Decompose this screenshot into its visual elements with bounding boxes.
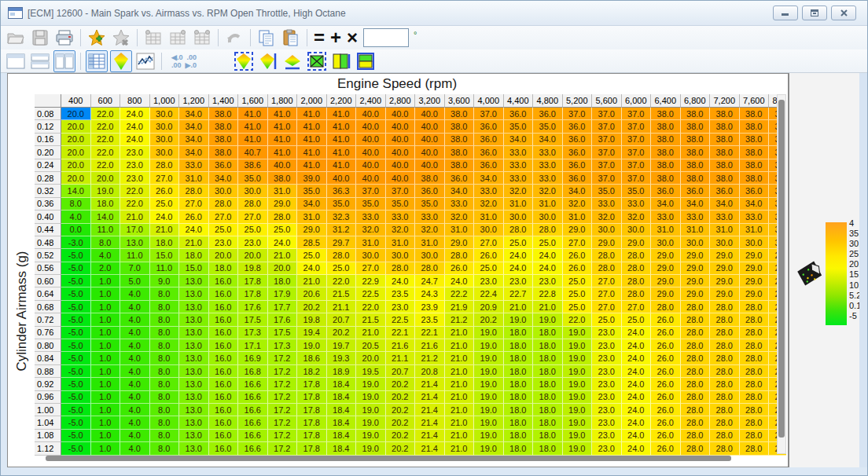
print-icon[interactable] [53, 27, 75, 49]
table-cell[interactable]: 33.0 [504, 159, 534, 172]
table-cell[interactable]: 22.9 [356, 275, 386, 287]
table-cell[interactable]: 38.0 [415, 172, 445, 185]
row-header[interactable]: 0.92 [35, 378, 61, 390]
table-cell[interactable]: 24.0 [622, 378, 652, 390]
table-cell[interactable]: 28.0 [740, 365, 770, 378]
table-cell[interactable]: 16.0 [209, 430, 239, 442]
table-cell[interactable]: 34.0 [563, 185, 593, 197]
table-cell[interactable]: 19.0 [474, 416, 504, 429]
column-header[interactable]: 1,000 [150, 94, 180, 108]
table-cell[interactable]: 18.0 [268, 275, 298, 287]
table-cell[interactable]: 15.0 [150, 249, 180, 262]
table-cell[interactable]: 22.0 [91, 120, 121, 133]
table-cell[interactable]: 21.0 [445, 365, 475, 378]
table-cell[interactable]: 28.0 [740, 378, 770, 390]
table-cell[interactable]: 29.0 [681, 249, 711, 262]
table-cell[interactable]: 21.0 [445, 442, 475, 455]
table-cell[interactable]: 36.0 [563, 120, 593, 133]
table-cell[interactable]: -5.0 [61, 262, 91, 275]
table-cell[interactable]: 0.0 [61, 224, 91, 236]
table-cell[interactable]: 32.0 [474, 198, 504, 211]
table-cell[interactable]: 24.0 [120, 134, 150, 146]
table-cell[interactable]: 38.0 [651, 159, 681, 172]
table-cell[interactable]: -5.0 [61, 391, 91, 404]
table-cell[interactable]: 37.0 [474, 108, 504, 120]
table-cell[interactable]: 32.0 [504, 185, 534, 197]
table-cell[interactable]: 36.0 [415, 185, 445, 197]
vertical-scrollbar-thumb[interactable] [778, 100, 785, 438]
table-cell[interactable]: 17.3 [238, 327, 268, 339]
table-cell[interactable]: 19.0 [563, 378, 593, 390]
table-cell[interactable]: 28.0 [415, 262, 445, 275]
table-cell[interactable]: 29.0 [740, 262, 770, 275]
table-cell[interactable]: 31.0 [710, 224, 740, 236]
table-cell[interactable]: 16.0 [209, 313, 239, 326]
table-cell[interactable]: 20.2 [327, 327, 357, 339]
table-cell[interactable]: 19.0 [356, 442, 386, 455]
table-cell[interactable]: 22.8 [533, 287, 563, 300]
table-cell[interactable]: 19.0 [563, 352, 593, 364]
table-cell[interactable]: 38.0 [681, 134, 711, 146]
table-cell[interactable]: 40.0 [386, 159, 416, 172]
row-header[interactable]: 0.44 [35, 224, 61, 236]
table-cell[interactable]: 27.0 [592, 301, 622, 313]
table-cell[interactable]: 29.0 [681, 275, 711, 287]
table-cell[interactable]: 21.5 [356, 313, 386, 326]
table-cell[interactable]: 26.0 [651, 339, 681, 352]
table-cell[interactable]: 38.0 [740, 120, 770, 133]
table-cell[interactable]: 36.0 [681, 185, 711, 197]
table-cell[interactable]: 20.2 [386, 404, 416, 416]
table-cell[interactable]: 21.0 [445, 391, 475, 404]
table-cell[interactable]: 28.0 [710, 327, 740, 339]
horizontal-scrollbar-thumb[interactable] [46, 456, 731, 461]
table-cell[interactable]: 13.0 [179, 430, 209, 442]
table-cell[interactable]: 4.0 [61, 211, 91, 223]
table-cell[interactable]: 19.3 [327, 352, 357, 364]
table-cell[interactable]: 31.0 [179, 172, 209, 185]
table-cell[interactable]: 38.0 [710, 108, 740, 120]
table-cell[interactable]: 23.0 [474, 275, 504, 287]
table-cell[interactable]: -3.0 [61, 236, 91, 249]
column-header[interactable]: 2,200 [327, 94, 357, 108]
table-cell[interactable]: 25.0 [563, 301, 593, 313]
table-cell[interactable]: 21.0 [445, 430, 475, 442]
table-cell[interactable]: 22.0 [91, 108, 121, 120]
table-cell[interactable]: 37.0 [592, 134, 622, 146]
row-header[interactable]: 0.80 [35, 339, 61, 352]
row-header[interactable]: 0.48 [35, 236, 61, 249]
table-cell[interactable]: 21.0 [533, 301, 563, 313]
table-cell[interactable]: 36.0 [209, 159, 239, 172]
table-cell[interactable]: 24.0 [179, 224, 209, 236]
table-cell[interactable]: 26.0 [651, 365, 681, 378]
table-cell[interactable]: 4.0 [120, 313, 150, 326]
row-header[interactable]: 0.52 [35, 249, 61, 262]
table-cell[interactable]: 33.0 [504, 172, 534, 185]
table-cell[interactable]: 19.0 [356, 430, 386, 442]
table-cell[interactable]: 24.7 [415, 275, 445, 287]
table-cell[interactable]: 5.0 [120, 275, 150, 287]
table-cell[interactable]: 16.0 [209, 287, 239, 300]
table-cell[interactable]: 41.0 [327, 108, 357, 120]
table-cell[interactable]: 4.0 [120, 365, 150, 378]
table-cell[interactable]: 24.0 [120, 108, 150, 120]
table-cell[interactable]: 30.0 [209, 185, 239, 197]
row-header[interactable]: 0.72 [35, 313, 61, 326]
table-cell[interactable]: 28.0 [268, 211, 298, 223]
table-cell[interactable]: 27.0 [209, 211, 239, 223]
table-cell[interactable]: 17.8 [297, 378, 327, 390]
table-cell[interactable]: 17.3 [268, 339, 298, 352]
table-cell[interactable]: 13.0 [179, 352, 209, 364]
table-cell[interactable]: 28.0 [327, 249, 357, 262]
table-cell[interactable]: 35.0 [327, 198, 357, 211]
table-cell[interactable]: 11.0 [150, 262, 180, 275]
table-cell[interactable]: 25.0 [622, 313, 652, 326]
table-cell[interactable]: 40.7 [238, 146, 268, 159]
table-cell[interactable]: 33.0 [710, 211, 740, 223]
column-header[interactable]: 3,600 [445, 94, 475, 108]
table-cell[interactable]: 24.0 [622, 391, 652, 404]
table-cell[interactable]: 26.0 [150, 185, 180, 197]
table-cell[interactable]: 4.0 [120, 416, 150, 429]
table-cell[interactable]: 34.0 [533, 134, 563, 146]
region-hsplit-icon[interactable] [355, 50, 377, 72]
table-cell[interactable]: 1.0 [91, 404, 121, 416]
